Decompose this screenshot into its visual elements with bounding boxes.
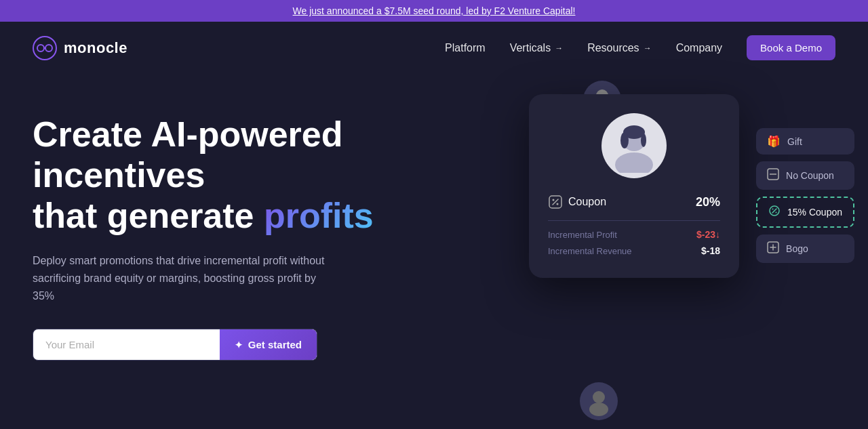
hero-title-highlight: profits xyxy=(264,196,374,235)
option-15-coupon[interactable]: 15% Coupon xyxy=(756,197,854,228)
svg-point-21 xyxy=(589,403,608,416)
option-gift-label: Gift xyxy=(787,136,802,147)
nav-platform[interactable]: Platform xyxy=(445,42,486,54)
main-content: Create AI-powered incentives that genera… xyxy=(0,74,868,427)
coupon-icon xyxy=(548,195,563,209)
svg-point-9 xyxy=(620,132,629,148)
svg-point-12 xyxy=(553,199,555,201)
coupon-value: 20% xyxy=(696,195,720,209)
incremental-profit-row: Incremental Profit $-23↓ xyxy=(548,229,720,240)
get-started-button[interactable]: ✦ Get started xyxy=(220,329,317,360)
bogo-icon xyxy=(767,241,779,256)
option-bogo-label: Bogo xyxy=(786,243,808,254)
announcement-banner: We just announced a $7.5M seed round, le… xyxy=(0,0,868,22)
options-panel: 🎁 Gift No Coupon xyxy=(756,128,854,263)
email-form: ✦ Get started xyxy=(33,329,317,361)
svg-point-17 xyxy=(772,209,774,210)
nav-links: Platform Verticals → Resources → Company… xyxy=(445,35,835,60)
incremental-revenue-row: Incremental Revenue $-18 xyxy=(548,245,720,256)
announcement-link[interactable]: We just announced a $7.5M seed round, le… xyxy=(293,5,576,16)
option-no-coupon-label: No Coupon xyxy=(786,170,834,181)
svg-point-1 xyxy=(37,45,44,52)
navbar: monocle Platform Verticals → Resources →… xyxy=(0,22,868,74)
option-bogo[interactable]: Bogo xyxy=(756,234,854,263)
svg-point-20 xyxy=(593,391,605,403)
hero-title-line2-normal: that generate xyxy=(33,196,264,235)
card-coupon-row: Coupon 20% xyxy=(548,195,720,209)
fifteen-coupon-icon xyxy=(768,205,781,220)
incremental-profit-label: Incremental Profit xyxy=(548,230,617,240)
svg-point-7 xyxy=(615,152,653,173)
verticals-arrow-icon: → xyxy=(555,43,563,53)
svg-point-13 xyxy=(557,203,559,205)
avatar-bottom xyxy=(580,382,618,420)
star-icon: ✦ xyxy=(235,340,243,350)
avatar-bottom-image xyxy=(584,386,614,416)
svg-point-10 xyxy=(641,134,646,147)
gift-icon: 🎁 xyxy=(767,135,781,148)
user-avatar xyxy=(601,113,667,178)
coupon-label: Coupon xyxy=(548,195,606,209)
hero-subtitle: Deploy smart promotions that drive incre… xyxy=(33,252,331,304)
svg-point-2 xyxy=(45,45,52,52)
resources-arrow-icon: → xyxy=(644,43,652,53)
card-divider xyxy=(548,220,720,221)
no-coupon-icon xyxy=(767,168,779,183)
main-card: Coupon 20% Incremental Profit $-23↓ Incr… xyxy=(529,94,739,278)
user-avatar-image xyxy=(607,119,661,173)
logo-text: monocle xyxy=(64,39,127,57)
option-no-coupon[interactable]: No Coupon xyxy=(756,161,854,190)
book-demo-button[interactable]: Book a Demo xyxy=(747,35,835,60)
left-content: Create AI-powered incentives that genera… xyxy=(33,101,385,361)
svg-point-18 xyxy=(776,212,777,213)
nav-resources[interactable]: Resources → xyxy=(587,42,651,54)
hero-title: Create AI-powered incentives that genera… xyxy=(33,115,385,236)
incremental-revenue-label: Incremental Revenue xyxy=(548,246,632,256)
option-gift[interactable]: 🎁 Gift xyxy=(756,128,854,155)
logo-icon xyxy=(33,36,57,60)
option-15-coupon-label: 15% Coupon xyxy=(787,207,842,218)
nav-verticals[interactable]: Verticals → xyxy=(510,42,563,54)
nav-company[interactable]: Company xyxy=(676,42,722,54)
right-content: Coupon 20% Incremental Profit $-23↓ Incr… xyxy=(475,74,868,427)
hero-title-line1: Create AI-powered incentives xyxy=(33,115,343,195)
logo[interactable]: monocle xyxy=(33,36,127,60)
cta-label: Get started xyxy=(248,339,302,350)
incremental-revenue-value: $-18 xyxy=(701,245,720,256)
incremental-profit-value: $-23↓ xyxy=(696,229,720,240)
email-input[interactable] xyxy=(33,329,220,360)
